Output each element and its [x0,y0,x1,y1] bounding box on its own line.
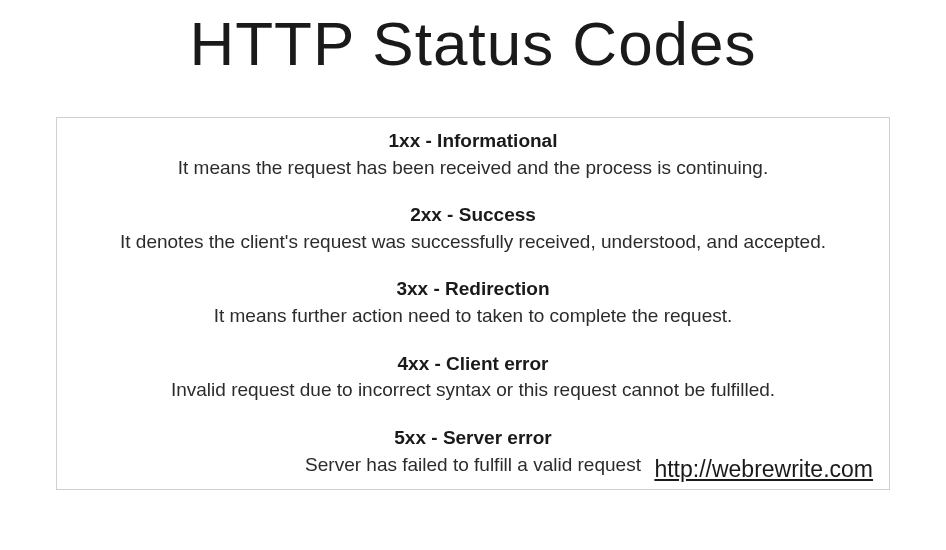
section-heading: 4xx - Client error [77,351,869,378]
section-desc: It denotes the client's request was succ… [77,229,869,255]
section-4xx: 4xx - Client error Invalid request due t… [77,351,869,403]
content-box: 1xx - Informational It means the request… [56,117,890,490]
section-1xx: 1xx - Informational It means the request… [77,128,869,180]
section-heading: 1xx - Informational [77,128,869,155]
section-3xx: 3xx - Redirection It means further actio… [77,276,869,328]
section-2xx: 2xx - Success It denotes the client's re… [77,202,869,254]
section-desc: It means further action need to taken to… [77,303,869,329]
section-desc: It means the request has been received a… [77,155,869,181]
section-heading: 5xx - Server error [77,425,869,452]
section-desc: Invalid request due to incorrect syntax … [77,377,869,403]
section-heading: 3xx - Redirection [77,276,869,303]
section-heading: 2xx - Success [77,202,869,229]
source-link[interactable]: http://webrewrite.com [654,456,873,483]
page-title: HTTP Status Codes [0,0,946,79]
